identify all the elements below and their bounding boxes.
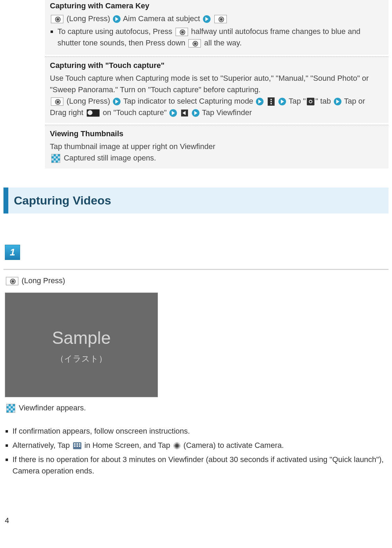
arrow-icon [169, 109, 177, 117]
box2-title: Capturing with "Touch capture" [50, 60, 384, 71]
camera-key-icon [188, 39, 201, 47]
notes-list: If confirmation appears, follow onscreen… [5, 425, 389, 477]
camera-key-icon [214, 15, 227, 23]
n3: If there is no operation for about 3 min… [12, 455, 384, 475]
info-box-thumbnails: Viewing Thumbnails Tap thumbnail image a… [45, 125, 389, 168]
box1-line1: (Long Press) Aim Camera at subject [50, 13, 384, 24]
box1-line1b: Aim Camera at subject [123, 14, 200, 23]
info-box-camera-key: Capturing with Camera Key (Long Press) A… [45, 0, 389, 55]
sample-text-2: （イラスト） [56, 353, 107, 365]
step-instruction: (Long Press) [5, 275, 389, 286]
n2a: Alternatively, Tap [12, 441, 72, 450]
step-number-badge: 1 [5, 245, 20, 260]
note-item: Alternatively, Tap in Home Screen, and T… [12, 440, 389, 451]
sample-illustration: Sample （イラスト） [5, 293, 158, 397]
arrow-icon [278, 98, 286, 105]
n2b: in Home Screen, and Tap [84, 441, 172, 450]
box3-line1: Tap thumbnail image at upper right on Vi… [50, 141, 384, 152]
camera-key-icon [51, 97, 63, 106]
camera-key-icon [51, 15, 63, 23]
s2: Tap indicator to select Capturing mode [123, 97, 253, 105]
page-number: 4 [5, 515, 392, 526]
result-text: Viewfinder appears. [19, 403, 86, 412]
box3-line2: Captured still image opens. [50, 152, 384, 164]
s5: on "Touch capture" [103, 108, 167, 117]
arrow-icon [334, 98, 341, 105]
n2c: (Camera) to activate Camera. [184, 441, 284, 450]
b1a: To capture using autofocus, Press [57, 27, 175, 36]
camera-key-icon [176, 28, 188, 36]
s6: Tap Viewfinder [202, 108, 252, 117]
box1-title: Capturing with Camera Key [50, 0, 384, 11]
arrow-icon [203, 15, 211, 23]
result-icon [51, 154, 60, 163]
camera-key-icon [6, 277, 18, 285]
back-icon [181, 110, 188, 116]
note-item: If there is no operation for about 3 min… [12, 454, 389, 477]
s3: Tap " [288, 97, 305, 105]
s1: (Long Press) [66, 97, 110, 105]
step-result: Viewfinder appears. [5, 402, 389, 414]
box1-bullets: To capture using autofocus, Press halfwa… [50, 26, 384, 49]
box3-line2-text: Captured still image opens. [64, 154, 156, 162]
section-heading-text: Capturing Videos [14, 192, 383, 209]
step-text: (Long Press) [21, 276, 65, 285]
info-box-touch-capture: Capturing with "Touch capture" Use Touch… [45, 56, 389, 123]
apps-grid-icon [73, 442, 81, 449]
result-icon [6, 404, 15, 413]
box3-title: Viewing Thumbnails [50, 128, 384, 139]
menu-dots-icon [268, 97, 275, 106]
box2-intro: Use Touch capture when Capturing mode is… [50, 72, 384, 95]
sample-text-1: Sample [52, 325, 111, 351]
divider [3, 269, 389, 270]
arrow-icon [113, 15, 121, 23]
arrow-icon [256, 98, 264, 105]
n1: If confirmation appears, follow onscreen… [12, 427, 190, 435]
camera-app-icon [173, 442, 180, 449]
settings-icon [307, 98, 314, 105]
arrow-icon [192, 109, 199, 117]
toggle-icon [87, 109, 100, 117]
b1c: all the way. [204, 38, 242, 47]
box1-line1a: (Long Press) [66, 14, 110, 23]
box1-bullet: To capture using autofocus, Press halfwa… [57, 26, 384, 49]
note-item: If confirmation appears, follow onscreen… [12, 425, 389, 437]
box2-steps: (Long Press) Tap indicator to select Cap… [50, 95, 384, 118]
arrow-icon [113, 98, 121, 105]
section-heading: Capturing Videos [3, 188, 389, 214]
s3b: " tab [315, 97, 331, 105]
